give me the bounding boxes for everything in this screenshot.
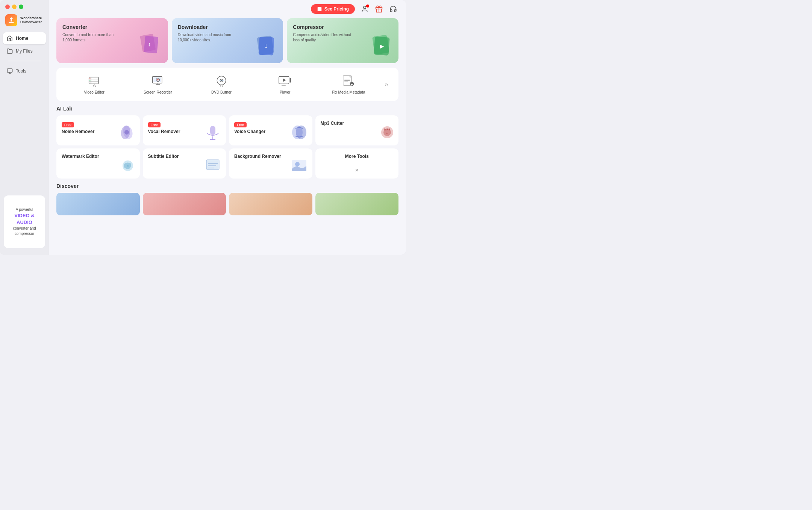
- tool-fix-media-metadata[interactable]: ▶ Fix Media Metadata: [317, 72, 380, 97]
- svg-point-21: [89, 78, 91, 79]
- vocal-remover-card[interactable]: Free Vocal Remover: [143, 115, 226, 145]
- close-button[interactable]: [5, 5, 10, 9]
- top-cards: Converter Convert to and from more than …: [56, 18, 398, 63]
- more-tools-card[interactable]: More Tools »: [315, 148, 399, 179]
- svg-text:MP3: MP3: [384, 128, 391, 131]
- header: See Pricing: [49, 0, 406, 18]
- tools-row: Video Editor Screen Recorder: [56, 68, 398, 101]
- svg-text:✂: ✂: [386, 132, 388, 135]
- svg-rect-1: [7, 69, 12, 72]
- converter-icon: ↕: [138, 33, 164, 59]
- ai-lab-row1: Free Noise Remover Free Vocal R: [56, 115, 398, 145]
- maximize-button[interactable]: [19, 5, 23, 9]
- tool-video-editor[interactable]: Video Editor: [62, 72, 126, 97]
- voice-changer-card[interactable]: Free Voice Changer: [229, 115, 312, 145]
- see-pricing-button[interactable]: See Pricing: [311, 4, 355, 14]
- window-controls: [5, 5, 23, 9]
- watermark-editor-icon: ©: [117, 156, 136, 175]
- gift-icon[interactable]: [374, 4, 384, 14]
- compressor-card[interactable]: Compressor Compress audio/video files wi…: [287, 18, 398, 63]
- tool-player[interactable]: Player: [253, 72, 317, 97]
- svg-point-22: [89, 80, 91, 81]
- discover-card-2[interactable]: [143, 193, 226, 215]
- tool-screen-recorder[interactable]: Screen Recorder: [126, 72, 189, 97]
- compressor-icon: ▶: [368, 33, 395, 59]
- svg-point-28: [157, 79, 159, 81]
- tools-more-arrow[interactable]: »: [380, 81, 392, 88]
- downloader-card[interactable]: Downloader Download video and music from…: [172, 18, 283, 63]
- logo-text: Wondershare UniConverter: [20, 16, 42, 24]
- main-content: See Pricing: [49, 0, 406, 255]
- sidebar-divider: [8, 61, 41, 61]
- svg-point-50: [124, 130, 129, 135]
- svg-text:©: ©: [127, 165, 129, 168]
- svg-rect-9: [144, 36, 158, 53]
- minimize-button[interactable]: [12, 5, 17, 9]
- sidebar-item-my-files[interactable]: My Files: [3, 45, 46, 57]
- app-logo: Wondershare UniConverter: [0, 11, 49, 32]
- tool-dvd-burner[interactable]: DVD Burner: [189, 72, 253, 97]
- svg-line-24: [94, 85, 96, 86]
- noise-remover-card[interactable]: Free Noise Remover: [56, 115, 140, 145]
- svg-marker-42: [350, 76, 351, 77]
- svg-point-67: [295, 162, 300, 166]
- svg-text:↓: ↓: [265, 42, 268, 50]
- discover-card-1[interactable]: [56, 193, 140, 215]
- subtitle-editor-card[interactable]: Subtitle Editor: [143, 148, 226, 179]
- subtitle-editor-icon: [203, 156, 222, 175]
- svg-rect-39: [290, 78, 291, 83]
- content-area: Converter Convert to and from more than …: [49, 18, 406, 255]
- converter-card[interactable]: Converter Convert to and from more than …: [56, 18, 168, 63]
- discover-cards: [56, 193, 398, 215]
- svg-line-23: [93, 85, 94, 86]
- svg-marker-38: [283, 79, 286, 82]
- ai-lab-row2: Watermark Editor © Subtitle Editor: [56, 148, 398, 179]
- sidebar-item-home[interactable]: Home: [3, 32, 46, 44]
- discover-title: Discover: [56, 183, 398, 189]
- notification-dot: [366, 5, 369, 8]
- header-icons: [359, 4, 398, 14]
- svg-rect-51: [210, 126, 215, 135]
- sidebar-item-tools[interactable]: Tools: [3, 65, 46, 77]
- svg-point-34: [219, 80, 224, 81]
- background-remover-icon: [290, 156, 309, 175]
- ai-lab-title: AI Lab: [56, 106, 398, 112]
- mp3-cutter-icon: MP3 ✂: [376, 123, 395, 142]
- svg-text:↕: ↕: [148, 41, 151, 47]
- user-icon[interactable]: [359, 4, 370, 14]
- mp3-cutter-card[interactable]: Mp3 Cutter MP3 ✂: [315, 115, 399, 145]
- svg-point-5: [364, 6, 366, 9]
- sidebar-ad: A powerful VIDEO & AUDIO converter and c…: [4, 195, 45, 248]
- voice-changer-icon: [290, 123, 309, 142]
- svg-text:▶: ▶: [379, 43, 384, 49]
- downloader-icon: ↓: [253, 33, 279, 59]
- watermark-editor-card[interactable]: Watermark Editor ©: [56, 148, 140, 179]
- discover-card-3[interactable]: [229, 193, 312, 215]
- logo-icon: [5, 14, 17, 26]
- more-tools-arrow-icon: »: [355, 166, 359, 173]
- noise-remover-icon: [117, 123, 136, 142]
- background-remover-card[interactable]: Background Remover: [229, 148, 312, 179]
- sidebar-nav: Home My Files Tools: [0, 32, 49, 77]
- headset-icon[interactable]: [388, 4, 398, 14]
- discover-card-4[interactable]: [315, 193, 399, 215]
- vocal-remover-icon: [203, 123, 222, 142]
- sidebar: Wondershare UniConverter Home My Files: [0, 0, 49, 255]
- svg-rect-0: [9, 22, 14, 23]
